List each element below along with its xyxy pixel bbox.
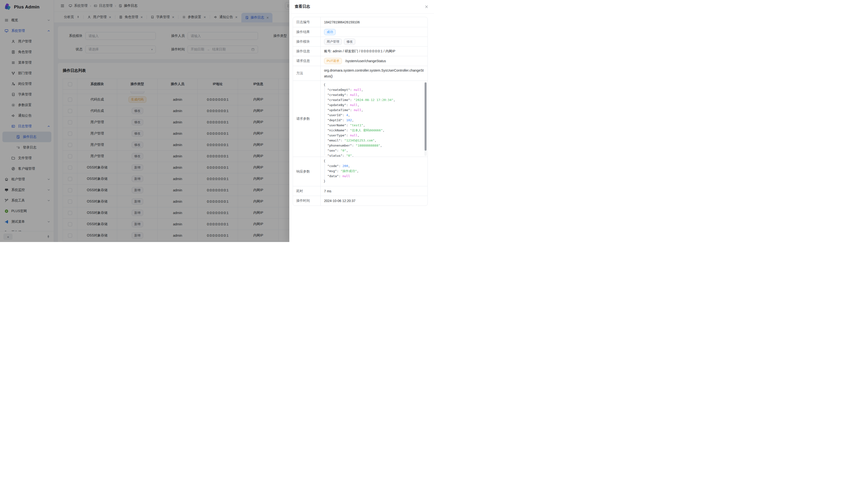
token: :: [342, 154, 346, 157]
token: "createTime": [328, 98, 350, 102]
token: ,: [348, 164, 350, 168]
token: "userId": [328, 113, 343, 117]
token: :: [346, 93, 350, 97]
code-line: "phonenumber": "18888888888",: [323, 143, 425, 148]
token: "userType": [328, 133, 346, 137]
close-icon[interactable]: [424, 5, 429, 9]
token: "phonenumber": [328, 144, 352, 147]
code-line: "code": 200,: [323, 163, 425, 168]
log-id-value: 1842781986426159106: [321, 17, 428, 27]
field-label: 请求参数: [293, 81, 321, 157]
token: ,: [346, 149, 348, 152]
token: [323, 149, 328, 152]
token: [323, 98, 328, 102]
info-value: 账号: admin / 研发部门 / 0:0:0:0:0:0:0:1 / 内网I…: [321, 46, 428, 56]
field-label: 耗时: [293, 186, 321, 196]
token: "18888888888": [355, 144, 380, 147]
token: ,: [348, 113, 350, 117]
token: [323, 164, 328, 168]
token: "data": [328, 174, 339, 178]
token: "2024-08-12 17:20:34": [354, 98, 393, 102]
token: "createDept": [328, 88, 350, 92]
scrollbar-thumb[interactable]: [425, 83, 427, 151]
code-line: "status": "0",: [323, 153, 425, 157]
token: ,: [358, 103, 360, 107]
token: :: [340, 138, 344, 142]
field-text: 1842781986426159106: [324, 20, 360, 24]
token: :: [339, 174, 343, 178]
code-line: "updateBy": null,: [323, 102, 425, 107]
token: "deptId": [328, 118, 343, 122]
token: [323, 154, 328, 157]
token: ,: [352, 118, 354, 122]
token: ,: [380, 144, 382, 147]
token: [323, 138, 328, 142]
result-tag: 成功: [324, 29, 336, 35]
indent-guide: [324, 163, 325, 180]
token: "updateBy": [328, 103, 346, 107]
json-code-block[interactable]: { "createDept": null, "createBy": null, …: [321, 81, 428, 157]
field-row-request-params: 请求参数{ "createDept": null, "createBy": nu…: [293, 80, 428, 157]
token: :: [346, 103, 350, 107]
field-label: 操作模块: [293, 37, 321, 46]
cost-value: 7 ms: [321, 186, 428, 196]
code-line: {: [323, 82, 425, 87]
log-detail-table: 日志编号1842781986426159106操作结果成功操作模块用户管理修改操…: [293, 17, 428, 206]
field-row-request: 请求信息PUT请求/system/user/changeStatus: [293, 56, 428, 66]
token: }: [323, 179, 326, 183]
token: [323, 113, 328, 117]
token: 102: [346, 118, 352, 122]
code-line: "email": "12345@1253.com",: [323, 138, 425, 143]
token: ,: [394, 98, 396, 102]
token: "sex": [328, 149, 337, 152]
response-params-value: { "code": 200, "msg": "操作成功", "data": nu…: [321, 157, 428, 186]
token: [323, 108, 328, 112]
op-time-value: 2024-10-06 12:20:37: [321, 196, 428, 205]
indent-guide: [324, 87, 325, 155]
code-line: "updateTime": null,: [323, 107, 425, 112]
code-line: "createTime": "2024-08-12 17:20:34",: [323, 97, 425, 102]
field-label: 日志编号: [293, 17, 321, 27]
token: ,: [363, 123, 365, 127]
token: :: [346, 133, 350, 137]
field-text: 账号: admin / 研发部门 / 0:0:0:0:0:0:0:1 / 内网I…: [324, 49, 396, 54]
token: [323, 128, 328, 132]
token: "status": [328, 154, 343, 157]
field-text: org.dromara.system.controller.system.Sys…: [324, 67, 424, 79]
result-value: 成功: [321, 27, 428, 37]
field-label: 操作时间: [293, 196, 321, 205]
token: [323, 169, 328, 173]
field-row-info: 操作信息账号: admin / 研发部门 / 0:0:0:0:0:0:0:1 /…: [293, 46, 428, 56]
token: :: [346, 123, 350, 127]
token: [323, 133, 328, 137]
token: "12345@1253.com": [344, 138, 374, 142]
token: ,: [362, 108, 363, 112]
token: null: [354, 88, 361, 92]
code-line: "userType": null,: [323, 133, 425, 138]
code-line: "userId": 4,: [323, 112, 425, 118]
token: [323, 93, 328, 97]
token: ,: [357, 169, 359, 173]
field-label: 操作结果: [293, 27, 321, 37]
field-row-log-id: 日志编号1842781986426159106: [293, 17, 428, 27]
token: "msg": [328, 169, 337, 173]
token: "仅本人 密码666666": [350, 128, 383, 132]
field-row-response-params: 响应参数{ "code": 200, "msg": "操作成功", "data"…: [293, 157, 428, 186]
token: null: [350, 103, 358, 107]
token: ,: [383, 128, 384, 132]
module-tag: 用户管理: [324, 39, 342, 45]
token: :: [346, 128, 350, 132]
token: "updateTime": [328, 108, 350, 112]
token: "操作成功": [340, 169, 357, 173]
field-row-op-time: 操作时间2024-10-06 12:20:37: [293, 196, 428, 205]
token: :: [342, 118, 346, 122]
scrollbar-track[interactable]: [424, 82, 427, 156]
request-url: /system/user/changeStatus: [345, 59, 386, 63]
token: [323, 174, 328, 178]
code-line: "createDept": null,: [323, 87, 425, 92]
token: ,: [374, 138, 376, 142]
token: "code": [328, 164, 339, 168]
token: ,: [358, 133, 360, 137]
field-label: 操作信息: [293, 46, 321, 56]
token: ,: [362, 88, 363, 92]
